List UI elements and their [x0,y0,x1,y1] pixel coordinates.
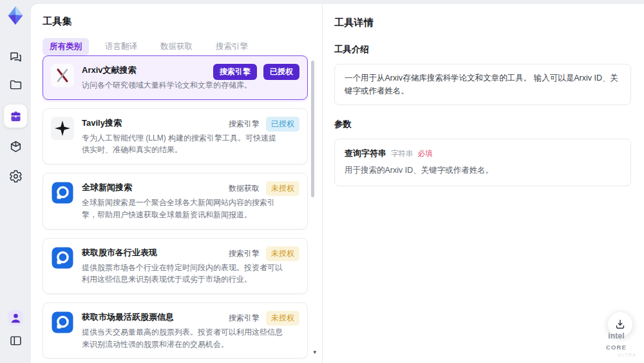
intel-wordmark: intel [608,331,625,340]
app-window: 工具集 所有类别语言翻译数据获取搜索引擎 Arxiv文献搜索访问各个研究领域大量… [0,0,644,363]
auth-badge: 未授权 [266,311,299,326]
tool-desc: 提供当天交易量最高的股票列表。投资者可以利用这些信息来识别流动性强的股票和潜在的… [82,326,283,350]
tab-translation[interactable]: 语言翻译 [98,38,144,55]
user-icon[interactable] [8,310,23,326]
tool-badges: 搜索引擎已授权 [213,64,299,80]
box-icon[interactable] [8,139,23,154]
tab-data-fetch[interactable]: 数据获取 [153,38,200,55]
main-surface: 工具集 所有类别语言翻译数据获取搜索引擎 Arxiv文献搜索访问各个研究领域大量… [31,4,644,363]
sidebar-item-tools[interactable] [4,104,27,128]
param-required-badge: 必填 [418,149,433,159]
category-badge: 搜索引擎 [229,313,260,324]
folder-icon[interactable] [8,77,23,92]
scrollbar[interactable] [311,58,314,359]
sidebar [0,0,31,363]
intro-card: 一个用于从Arxiv存储库搜索科学论文和文章的工具。 输入可以是Arxiv ID… [334,64,631,105]
tool-card[interactable]: Arxiv文献搜索访问各个研究领域大量科学论文和文章的存储库。搜索引擎已授权 [43,55,308,100]
param-type: 字符串 [391,149,413,159]
gear-icon[interactable] [8,168,23,184]
intel-core-logo: intel CORE ULTRA [596,329,636,358]
arxiv-logo-icon [51,64,74,87]
tavily-logo-icon [51,117,74,140]
intro-text: 一个用于从Arxiv存储库搜索科学论文和文章的工具。 输入可以是Arxiv ID… [345,74,618,95]
tools-title: 工具集 [43,15,322,28]
tools-panel: 工具集 所有类别语言翻译数据获取搜索引擎 Arxiv文献搜索访问各个研究领域大量… [31,4,322,363]
tab-all-categories[interactable]: 所有类别 [43,38,89,55]
tool-badges: 搜索引擎未授权 [229,246,299,261]
auth-badge: 已授权 [266,117,299,132]
news-app-icon [51,246,74,270]
tab-search-engine[interactable]: 搜索引擎 [209,38,255,55]
detail-panel: 工具详情 工具介绍 一个用于从Arxiv存储库搜索科学论文和文章的工具。 输入可… [322,4,644,363]
chat-icon[interactable] [8,49,23,64]
ultra-wordmark: ULTRA [596,353,636,358]
tool-card[interactable]: Tavily搜索专为人工智能代理 (LLM) 构建的搜索引擎工具。可快速提供实时… [43,108,308,164]
category-badge: 数据获取 [229,183,260,194]
tool-desc: 全球新闻搜索是一个聚合全球各大新闻网站内容的搜索引擎，帮助用户快速获取全球最新资… [82,197,283,221]
category-badge: 搜索引擎 [229,119,260,130]
tool-card[interactable]: 获取股市各行业表现提供股票市场各个行业在特定时间段内的表现。投资者可以利用这些信… [43,238,308,294]
intro-heading: 工具介绍 [334,44,631,55]
category-badge: 搜索引擎 [213,64,257,80]
tool-badges: 数据获取未授权 [229,181,299,196]
news-app-icon [51,311,74,334]
category-tabs: 所有类别语言翻译数据获取搜索引擎 [43,38,322,55]
tool-list: Arxiv文献搜索访问各个研究领域大量科学论文和文章的存储库。搜索引擎已授权Ta… [43,55,308,363]
tool-desc: 提供股票市场各个行业在特定时间段内的表现。投资者可以利用这些信息来识别表现优于或… [82,262,283,286]
params-heading: 参数 [334,119,631,130]
tool-badges: 搜索引擎未授权 [229,311,299,326]
param-card: 查询字符串 字符串 必填 用于搜索的Arxiv ID、关键字或作者姓名。 [334,139,631,186]
tool-desc: 专为人工智能代理 (LLM) 构建的搜索引擎工具。可快速提供实时、准确和真实的结… [82,132,283,156]
detail-title: 工具详情 [334,17,631,29]
auth-badge: 未授权 [266,181,299,196]
news-app-icon [51,181,74,204]
param-name: 查询字符串 [345,148,386,159]
scrollbar-thumb[interactable] [311,61,314,197]
panel-toggle-icon[interactable] [8,333,23,348]
scroll-down-arrow[interactable]: ▾ [313,349,316,355]
auth-badge: 未授权 [266,246,299,261]
tool-badges: 搜索引擎已授权 [229,117,299,132]
tool-card[interactable]: 全球新闻搜索全球新闻搜索是一个聚合全球各大新闻网站内容的搜索引擎，帮助用户快速获… [43,173,308,229]
auth-badge: 已授权 [263,64,299,80]
tool-desc: 访问各个研究领域大量科学论文和文章的存储库。 [82,79,252,92]
core-wordmark: CORE [606,344,627,351]
app-logo-icon[interactable] [5,5,26,26]
param-desc: 用于搜索的Arxiv ID、关键字或作者姓名。 [345,165,621,176]
category-badge: 搜索引擎 [229,248,260,259]
tool-card[interactable]: 获取市场最活跃股票信息提供当天交易量最高的股票列表。投资者可以利用这些信息来识别… [43,302,308,358]
